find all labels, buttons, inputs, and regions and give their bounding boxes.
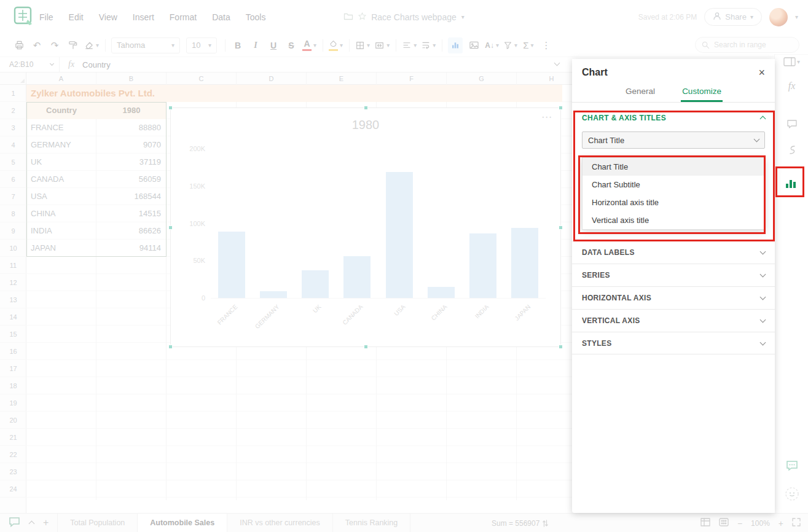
dropdown-option-chart-subtitle[interactable]: Chart Subtitle bbox=[582, 176, 764, 194]
cell-header-country[interactable]: Country bbox=[26, 102, 96, 119]
search-in-range[interactable] bbox=[695, 37, 799, 53]
chevron-down-icon[interactable]: ▾ bbox=[461, 14, 465, 20]
chevron-down-icon[interactable]: ▾ bbox=[795, 14, 798, 20]
cell-country-usa[interactable]: USA bbox=[26, 188, 96, 205]
sheet-tab-automobile-sales[interactable]: Automobile Sales bbox=[138, 514, 227, 532]
row-header-3[interactable]: 3 bbox=[0, 119, 26, 136]
chart-bar-canada[interactable] bbox=[343, 256, 371, 298]
row-header-22[interactable]: 22 bbox=[0, 446, 26, 463]
bold-button[interactable]: B bbox=[231, 37, 245, 53]
keypad-button[interactable] bbox=[719, 518, 729, 529]
sum-button[interactable]: Σ ▾ bbox=[522, 37, 535, 53]
horizontal-align-button[interactable]: ▾ bbox=[402, 37, 417, 53]
row-header-10[interactable]: 10 bbox=[0, 240, 26, 257]
column-header-a[interactable]: A bbox=[26, 72, 96, 85]
italic-button[interactable]: I bbox=[249, 37, 262, 53]
sort-button[interactable]: A↓ ▾ bbox=[485, 37, 499, 53]
sheet-list-button[interactable] bbox=[29, 521, 35, 527]
cell-country-germany[interactable]: GERMANY bbox=[26, 136, 96, 154]
merge-cells-button[interactable]: ▾ bbox=[374, 37, 390, 53]
row-header-17[interactable]: 17 bbox=[0, 360, 26, 377]
column-header-f[interactable]: F bbox=[377, 72, 447, 85]
add-sheet-button[interactable]: + bbox=[43, 517, 49, 528]
selection-handle[interactable] bbox=[168, 225, 173, 230]
dropdown-option-chart-title[interactable]: Chart Title bbox=[582, 158, 764, 176]
folder-icon[interactable] bbox=[343, 12, 353, 23]
selection-handle[interactable] bbox=[168, 106, 173, 110]
cell-header-1980[interactable]: 1980 bbox=[96, 102, 167, 119]
selection-handle[interactable] bbox=[168, 345, 173, 349]
selection-handle[interactable] bbox=[559, 225, 563, 230]
chart-bar-japan[interactable] bbox=[511, 228, 538, 298]
row-header-6[interactable]: 6 bbox=[0, 171, 26, 188]
close-icon[interactable]: × bbox=[758, 67, 765, 78]
cell-country-china[interactable]: CHINA bbox=[26, 205, 96, 222]
row-header-7[interactable]: 7 bbox=[0, 188, 26, 205]
insert-image-button[interactable] bbox=[467, 37, 480, 53]
sheet-tab-tennis-ranking[interactable]: Tennis Ranking bbox=[333, 514, 410, 532]
row-header-4[interactable]: 4 bbox=[0, 136, 26, 154]
selection-handle[interactable] bbox=[364, 106, 368, 110]
document-title[interactable]: Race Charts webpage bbox=[371, 12, 457, 22]
zoom-in-button[interactable]: + bbox=[779, 519, 783, 528]
fullscreen-button[interactable] bbox=[792, 518, 801, 529]
cell-country-india[interactable]: INDIA bbox=[26, 222, 96, 240]
cell-country-france[interactable]: FRANCE bbox=[26, 119, 96, 136]
row-header-14[interactable]: 14 bbox=[0, 308, 26, 326]
font-family-select[interactable]: Tahoma ▾ bbox=[111, 37, 180, 53]
column-header-e[interactable]: E bbox=[307, 72, 377, 85]
cell-value-india[interactable]: 86626 bbox=[96, 222, 167, 240]
clear-format-button[interactable]: ▾ bbox=[84, 37, 99, 53]
row-header-21[interactable]: 21 bbox=[0, 429, 26, 446]
insert-chart-button[interactable] bbox=[448, 37, 463, 53]
format-painter-button[interactable] bbox=[66, 37, 79, 53]
embedded-chart[interactable]: 1980 ⋯ 050K100K150K200K FRANCEGERMANYUKC… bbox=[170, 108, 561, 347]
print-button[interactable] bbox=[12, 37, 26, 53]
text-wrap-button[interactable]: ▾ bbox=[421, 37, 436, 53]
select-all-corner[interactable] bbox=[0, 72, 26, 85]
row-header-5[interactable]: 5 bbox=[0, 154, 26, 171]
filter-button[interactable]: ▾ bbox=[503, 37, 517, 53]
row-header-13[interactable]: 13 bbox=[0, 291, 26, 308]
stats-view-button[interactable] bbox=[700, 518, 710, 529]
cell-banner-title[interactable]: Zylker Automobiles Pvt. Ltd. bbox=[26, 85, 562, 102]
row-header-24[interactable]: 24 bbox=[0, 480, 26, 498]
row-header-19[interactable]: 19 bbox=[0, 394, 26, 412]
chart-bar-germany[interactable] bbox=[260, 291, 287, 298]
dropdown-option-horizontal-axis-title[interactable]: Horizontal axis title bbox=[582, 194, 764, 211]
more-tools-button[interactable]: ⋮ bbox=[539, 37, 553, 53]
chart-bar-uk[interactable] bbox=[302, 270, 329, 298]
chat-button[interactable] bbox=[9, 517, 20, 530]
avatar[interactable] bbox=[769, 8, 788, 26]
row-header-15[interactable]: 15 bbox=[0, 326, 26, 343]
row-header-2[interactable]: 2 bbox=[0, 102, 26, 119]
column-header-b[interactable]: B bbox=[96, 72, 167, 85]
formula-input[interactable]: Country bbox=[82, 60, 111, 69]
row-header-18[interactable]: 18 bbox=[0, 377, 26, 394]
functions-panel-button[interactable]: fx bbox=[775, 80, 808, 92]
panel-section-horizontal-axis[interactable]: HORIZONTAL AXIS bbox=[572, 286, 775, 309]
zoom-level[interactable]: 100% bbox=[751, 519, 770, 528]
cell-value-uk[interactable]: 37119 bbox=[96, 154, 167, 171]
panel-section-vertical-axis[interactable]: VERTICAL AXIS bbox=[572, 309, 775, 332]
cell-country-canada[interactable]: CANADA bbox=[26, 171, 96, 188]
cell-value-china[interactable]: 14515 bbox=[96, 205, 167, 222]
dropdown-option-vertical-axis-title[interactable]: Vertical axis title bbox=[582, 211, 764, 229]
column-header-d[interactable]: D bbox=[237, 72, 307, 85]
panel-section-data-labels[interactable]: DATA LABELS bbox=[572, 241, 775, 264]
name-box[interactable]: A2:B10 bbox=[0, 57, 60, 72]
underline-button[interactable]: U bbox=[267, 37, 280, 53]
section-chart-axis-titles[interactable]: CHART & AXIS TITLES bbox=[572, 106, 775, 129]
cell-value-france[interactable]: 88880 bbox=[96, 119, 167, 136]
undo-button[interactable]: ↶ bbox=[30, 37, 44, 53]
sheet-tab-inr-vs-other-currencies[interactable]: INR vs other currencies bbox=[227, 514, 333, 532]
zoom-out-button[interactable]: − bbox=[737, 519, 742, 528]
chart-bar-usa[interactable] bbox=[386, 172, 413, 298]
chart-bar-china[interactable] bbox=[428, 287, 455, 298]
column-header-g[interactable]: G bbox=[447, 72, 517, 85]
selection-handle[interactable] bbox=[364, 345, 368, 349]
chart-more-menu[interactable]: ⋯ bbox=[541, 111, 553, 123]
row-header-20[interactable]: 20 bbox=[0, 412, 26, 429]
chart-bar-france[interactable] bbox=[218, 232, 245, 298]
row-header-23[interactable]: 23 bbox=[0, 463, 26, 480]
